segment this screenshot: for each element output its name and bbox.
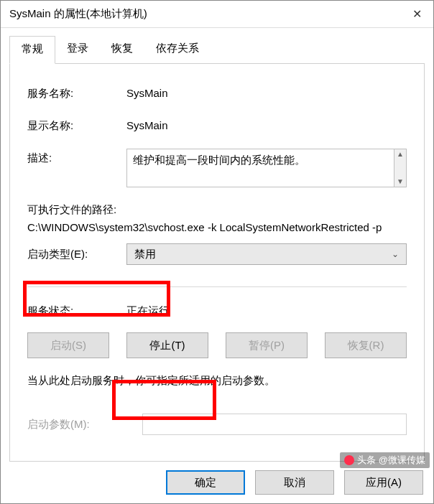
ok-button[interactable]: 确定 <box>166 470 245 495</box>
watermark: 头条 @微课传媒 <box>340 452 430 468</box>
service-status-row: 服务状态: 正在运行 <box>27 304 407 318</box>
start-params-label: 启动参数(M): <box>27 418 142 431</box>
tab-dependencies-label: 依存关系 <box>156 42 199 54</box>
apply-button-label: 应用(A) <box>366 476 402 490</box>
description-label: 描述: <box>27 149 126 165</box>
watermark-text: 头条 @微课传媒 <box>357 454 425 467</box>
description-text[interactable]: 维护和提高一段时间内的系统性能。 <box>126 149 394 187</box>
description-box: 维护和提高一段时间内的系统性能。 ▲ ▼ <box>126 149 407 187</box>
stop-button[interactable]: 停止(T) <box>126 332 208 358</box>
service-status-value: 正在运行 <box>126 304 170 318</box>
tabs: 常规 登录 恢复 依存关系 <box>9 35 425 64</box>
scroll-up-icon: ▲ <box>397 149 404 159</box>
tab-recovery[interactable]: 恢复 <box>100 36 144 64</box>
tab-general-label: 常规 <box>22 42 43 55</box>
description-scrollbar[interactable]: ▲ ▼ <box>394 149 407 187</box>
resume-button-label: 恢复(R) <box>348 339 384 353</box>
service-name-row: 服务名称: SysMain <box>27 84 407 101</box>
service-name-value: SysMain <box>126 84 407 99</box>
description-row: 描述: 维护和提高一段时间内的系统性能。 ▲ ▼ <box>27 149 407 187</box>
startup-type-label: 启动类型(E): <box>27 248 126 261</box>
startup-type-value: 禁用 <box>134 248 156 261</box>
startup-type-combo[interactable]: 禁用 ⌄ <box>126 243 407 265</box>
executable-path-value: C:\WINDOWS\system32\svchost.exe -k Local… <box>27 221 407 233</box>
cancel-button[interactable]: 取消 <box>255 470 334 495</box>
executable-path-label: 可执行文件的路径: <box>27 203 407 217</box>
tab-dependencies[interactable]: 依存关系 <box>144 36 211 64</box>
service-control-buttons: 启动(S) 停止(T) 暂停(P) 恢复(R) <box>27 332 407 358</box>
ok-button-label: 确定 <box>195 476 216 490</box>
display-name-row: 显示名称: SysMain <box>27 116 407 133</box>
executable-path-block: 可执行文件的路径: C:\WINDOWS\system32\svchost.ex… <box>27 203 407 233</box>
general-panel: 服务名称: SysMain 显示名称: SysMain 描述: 维护和提高一段时… <box>9 64 425 462</box>
start-button-label: 启动(S) <box>50 339 86 353</box>
start-params-input <box>142 414 407 435</box>
titlebar: SysMain 的属性(本地计算机) ✕ <box>1 1 433 28</box>
start-params-row: 启动参数(M): <box>27 414 407 435</box>
chevron-down-icon: ⌄ <box>392 249 399 259</box>
tabs-container: 常规 登录 恢复 依存关系 <box>1 28 433 64</box>
pause-button-label: 暂停(P) <box>249 339 285 353</box>
pause-button: 暂停(P) <box>226 332 308 358</box>
close-icon: ✕ <box>412 7 422 21</box>
close-button[interactable]: ✕ <box>400 1 433 28</box>
display-name-label: 显示名称: <box>27 116 126 133</box>
apply-button[interactable]: 应用(A) <box>344 470 423 495</box>
divider <box>27 286 407 287</box>
stop-button-label: 停止(T) <box>149 339 185 353</box>
service-name-label: 服务名称: <box>27 84 126 101</box>
tab-general[interactable]: 常规 <box>9 36 55 64</box>
tab-logon-label: 登录 <box>67 42 88 54</box>
cancel-button-label: 取消 <box>284 476 305 490</box>
resume-button: 恢复(R) <box>325 332 407 358</box>
start-params-hint: 当从此处启动服务时，你可指定所适用的启动参数。 <box>27 374 407 388</box>
tab-recovery-label: 恢复 <box>111 42 133 54</box>
scroll-down-icon: ▼ <box>397 177 404 187</box>
startup-type-row: 启动类型(E): 禁用 ⌄ <box>27 243 407 265</box>
tab-logon[interactable]: 登录 <box>55 36 100 64</box>
watermark-icon <box>344 455 354 465</box>
properties-dialog: SysMain 的属性(本地计算机) ✕ 常规 登录 恢复 依存关系 服务名称:… <box>0 0 434 504</box>
window-title: SysMain 的属性(本地计算机) <box>9 7 400 21</box>
start-button: 启动(S) <box>27 332 109 358</box>
display-name-value: SysMain <box>126 116 407 131</box>
service-status-label: 服务状态: <box>27 304 126 318</box>
